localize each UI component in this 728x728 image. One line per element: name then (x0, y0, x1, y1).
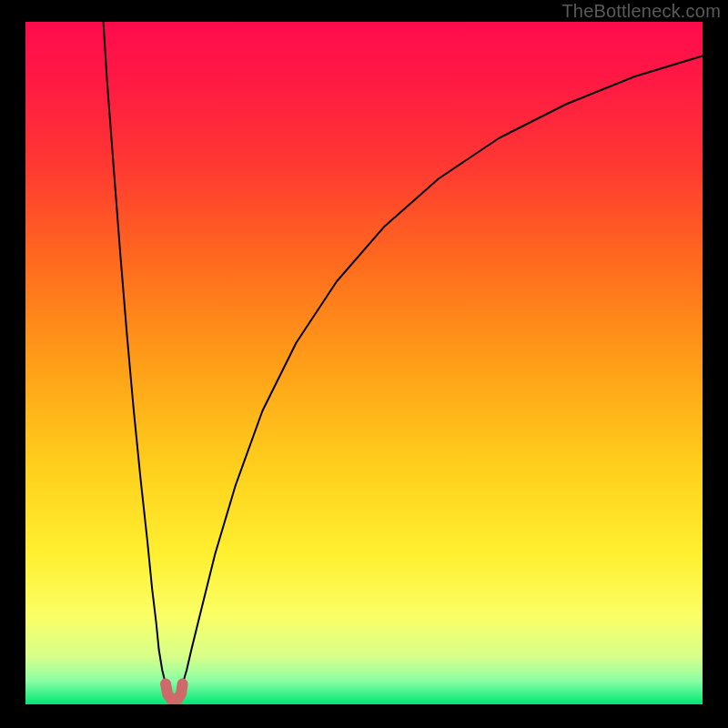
bottleneck-curve (25, 22, 703, 704)
plot-area (25, 22, 703, 704)
chart-frame: TheBottleneck.com (0, 0, 728, 728)
trough-marker (166, 684, 183, 701)
watermark-text: TheBottleneck.com (561, 1, 721, 22)
